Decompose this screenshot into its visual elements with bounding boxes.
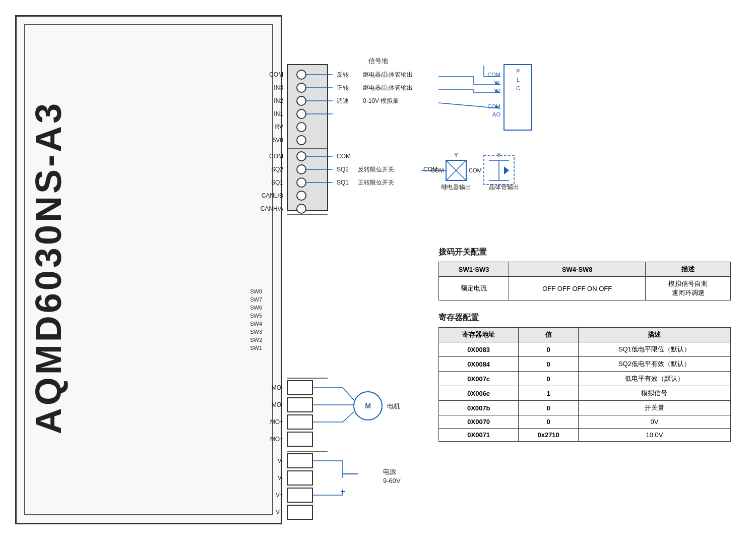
reg-val: 0 bbox=[519, 415, 579, 429]
reg-desc: 10.0V bbox=[578, 429, 730, 442]
svg-text:反转: 反转 bbox=[337, 71, 349, 78]
svg-text:COM: COM bbox=[487, 72, 500, 78]
svg-point-9 bbox=[297, 178, 306, 187]
svg-point-6 bbox=[297, 136, 306, 145]
svg-text:SQ2: SQ2 bbox=[337, 166, 349, 173]
svg-text:COM: COM bbox=[469, 167, 482, 173]
svg-text:C: C bbox=[516, 85, 520, 91]
reg-header-val: 值 bbox=[519, 328, 579, 342]
model-name: AQMD6030NS-A3 bbox=[28, 101, 69, 434]
svg-point-1 bbox=[297, 70, 306, 79]
svg-rect-64 bbox=[446, 160, 466, 180]
reg-title: 寄存器配置 bbox=[438, 313, 731, 323]
svg-text:Y: Y bbox=[454, 152, 458, 159]
reg-table-row: 0X0084 0 SQ2低电平有效（默认） bbox=[439, 357, 731, 372]
svg-rect-91 bbox=[287, 398, 312, 412]
svg-text:反转限位开关: 反转限位开关 bbox=[358, 166, 394, 173]
reg-addr: 0X0070 bbox=[439, 415, 519, 429]
svg-text:0-10V 模拟量: 0-10V 模拟量 bbox=[363, 97, 399, 104]
svg-point-97 bbox=[354, 392, 382, 420]
svg-text:电源: 电源 bbox=[383, 468, 396, 475]
svg-marker-52 bbox=[495, 105, 499, 108]
svg-rect-34 bbox=[504, 65, 532, 130]
svg-text:COM: COM bbox=[423, 166, 437, 173]
svg-point-11 bbox=[297, 204, 306, 213]
svg-rect-110 bbox=[287, 488, 312, 502]
reg-desc: 0V bbox=[578, 415, 730, 429]
svg-text:COM: COM bbox=[337, 153, 351, 160]
svg-text:Y2: Y2 bbox=[494, 88, 500, 94]
svg-text:M: M bbox=[365, 402, 371, 410]
svg-rect-93 bbox=[287, 415, 312, 429]
svg-rect-95 bbox=[287, 432, 312, 446]
dip-switch-section: 拨码开关配置 SW1-SW3 SW4-SW8 描述 额定电流 OFF OFF O… bbox=[438, 247, 731, 300]
reg-val: 0 bbox=[519, 401, 579, 415]
reg-header-desc: 描述 bbox=[578, 328, 730, 342]
reg-desc: 低电平有效（默认） bbox=[578, 372, 730, 386]
reg-addr: 0X007b bbox=[439, 401, 519, 415]
svg-text:COM: COM bbox=[431, 167, 444, 173]
reg-table: 寄存器地址 值 描述 0X0083 0 SQ1低电平限位（默认） 0X0084 … bbox=[438, 327, 731, 442]
dip-table: SW1-SW3 SW4-SW8 描述 额定电流 OFF OFF OFF ON O… bbox=[438, 262, 731, 300]
svg-text:正转: 正转 bbox=[337, 84, 349, 91]
svg-text:继电器输出: 继电器输出 bbox=[441, 184, 471, 191]
svg-point-10 bbox=[297, 191, 306, 200]
svg-rect-106 bbox=[287, 454, 312, 468]
svg-point-5 bbox=[297, 123, 306, 132]
reg-val: 0x2710 bbox=[519, 429, 579, 442]
svg-text:正转限位开关: 正转限位开关 bbox=[358, 179, 394, 186]
reg-val: 0 bbox=[519, 372, 579, 386]
svg-text:Y1: Y1 bbox=[494, 80, 500, 86]
reg-val: 0 bbox=[519, 342, 579, 357]
dip-title: 拨码开关配置 bbox=[438, 247, 731, 258]
svg-text:晶体管输出: 晶体管输出 bbox=[489, 184, 519, 191]
dip-header-desc: 描述 bbox=[646, 262, 731, 277]
svg-text:继电器/晶体管输出: 继电器/晶体管输出 bbox=[363, 71, 413, 78]
svg-marker-50 bbox=[495, 82, 499, 85]
reg-addr: 0X006e bbox=[439, 386, 519, 401]
reg-table-row: 0X0071 0x2710 10.0V bbox=[439, 429, 731, 442]
dip-header-sw4sw8: SW4-SW8 bbox=[509, 262, 646, 277]
svg-rect-73 bbox=[484, 155, 514, 185]
svg-line-105 bbox=[343, 412, 354, 422]
svg-text:L: L bbox=[517, 77, 520, 83]
svg-point-3 bbox=[297, 96, 306, 105]
svg-line-101 bbox=[343, 388, 354, 400]
svg-text:电机: 电机 bbox=[387, 402, 400, 410]
reg-header-addr: 寄存器地址 bbox=[439, 328, 519, 342]
dip-table-row: 额定电流 OFF OFF OFF ON OFF 模拟信号自测 速闭环调速 bbox=[439, 277, 731, 300]
dip-sw1sw3: 额定电流 bbox=[439, 277, 509, 300]
svg-text:信号地: 信号地 bbox=[368, 57, 388, 65]
dip-sw4sw8: OFF OFF OFF ON OFF bbox=[509, 277, 646, 300]
dip-desc: 模拟信号自测 速闭环调速 bbox=[646, 277, 731, 300]
reg-desc: SQ1低电平限位（默认） bbox=[578, 342, 730, 357]
reg-addr: 0X007c bbox=[439, 372, 519, 386]
reg-desc: 模拟信号 bbox=[578, 386, 730, 401]
svg-text:继电器/晶体管输出: 继电器/晶体管输出 bbox=[363, 84, 413, 91]
svg-text:P: P bbox=[516, 68, 520, 74]
svg-point-2 bbox=[297, 83, 306, 92]
svg-line-65 bbox=[446, 160, 466, 180]
svg-text:9-60V: 9-60V bbox=[383, 477, 401, 485]
reg-table-row: 0X007c 0 低电平有效（默认） bbox=[439, 372, 731, 386]
reg-addr: 0X0083 bbox=[439, 342, 519, 357]
reg-addr: 0X0071 bbox=[439, 429, 519, 442]
reg-table-row: 0X0070 0 0V bbox=[439, 415, 731, 429]
svg-text:COM: COM bbox=[487, 103, 500, 109]
svg-rect-108 bbox=[287, 471, 312, 485]
svg-text:AO: AO bbox=[492, 111, 500, 117]
svg-point-4 bbox=[297, 109, 306, 118]
reg-val: 1 bbox=[519, 386, 579, 401]
reg-desc: SQ2低电平有效（默认） bbox=[578, 357, 730, 372]
svg-rect-112 bbox=[287, 505, 312, 519]
svg-text:调速: 调速 bbox=[337, 97, 349, 104]
svg-rect-0 bbox=[287, 65, 328, 211]
svg-text:Y: Y bbox=[497, 152, 501, 159]
reg-table-row: 0X006e 1 模拟信号 bbox=[439, 386, 731, 401]
svg-point-8 bbox=[297, 165, 306, 174]
svg-line-49 bbox=[438, 103, 500, 108]
svg-rect-89 bbox=[287, 381, 312, 395]
svg-marker-71 bbox=[504, 166, 509, 174]
reg-addr: 0X0084 bbox=[439, 357, 519, 372]
reg-table-row: 0X007b 0 开关量 bbox=[439, 401, 731, 415]
